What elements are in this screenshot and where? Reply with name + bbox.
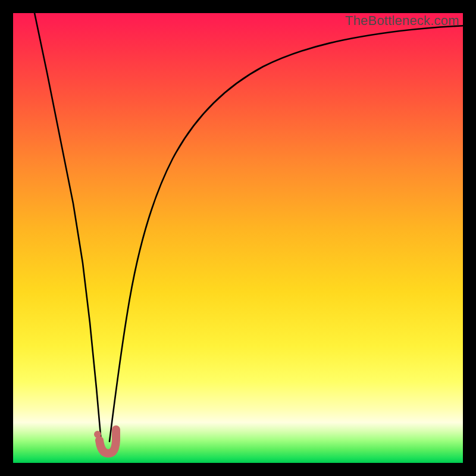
curve-left-branch <box>34 13 101 441</box>
plot-area: TheBottleneck.com <box>13 13 463 463</box>
chart-curves <box>13 13 463 463</box>
optimal-point-hook-icon <box>99 430 116 453</box>
watermark-label: TheBottleneck.com <box>345 13 459 29</box>
curve-right-branch <box>109 26 463 441</box>
chart-frame: TheBottleneck.com <box>0 0 476 476</box>
